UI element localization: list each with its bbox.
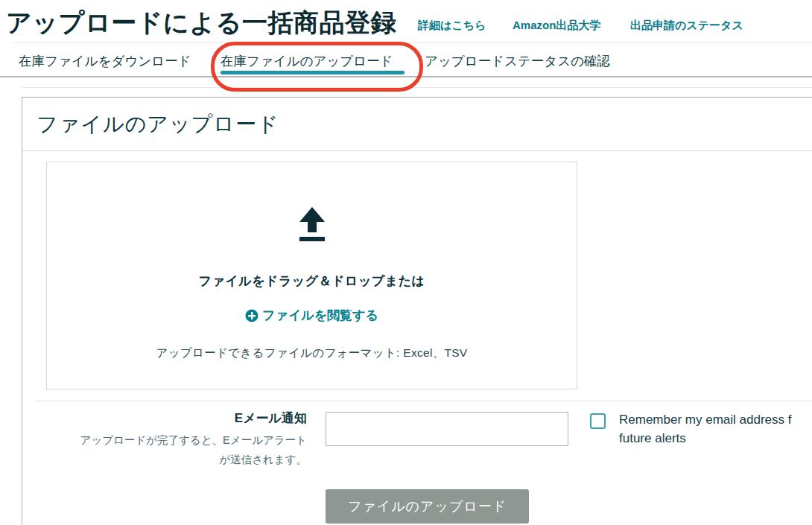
tab-upload-inventory-file[interactable]: 在庫ファイルのアップロード: [221, 52, 393, 70]
email-notification-label: Eメール通知: [45, 411, 307, 426]
tab-download-inventory-file[interactable]: 在庫ファイルをダウンロード: [19, 52, 191, 70]
header-links: 詳細はこちら Amazon出品大学 出品申請のステータス: [0, 19, 812, 35]
allowed-formats-text: アップロードできるファイルのフォーマット: Excel、TSV: [156, 346, 468, 361]
remember-email-checkbox-label: Remember my email address f future alert…: [619, 410, 812, 448]
page: アップロードによる一括商品登録 詳細はこちら Amazon出品大学 出品申請のス…: [0, 0, 812, 525]
panel-heading: ファイルのアップロード: [37, 110, 279, 139]
email-notification-description: アップロードが完了すると、Eメールアラート が送信されます。: [45, 430, 307, 469]
header-link-details[interactable]: 詳細はこちら: [418, 19, 486, 33]
tab-check-upload-status[interactable]: アップロードステータスの確認: [425, 52, 610, 70]
file-dropzone[interactable]: ファイルをドラッグ＆ドロップまたは ファイルを閲覧する アップロードできるファイ…: [46, 162, 577, 389]
panel-heading-divider: [22, 150, 812, 151]
plus-circle-icon: [245, 309, 258, 322]
upload-file-button[interactable]: ファイルのアップロード: [326, 489, 529, 524]
drag-drop-text: ファイルをドラッグ＆ドロップまたは: [199, 273, 425, 290]
tab-bar: 在庫ファイルをダウンロード 在庫ファイルのアップロード アップロードステータスの…: [0, 42, 812, 77]
browse-files-link[interactable]: ファイルを閲覧する: [245, 307, 378, 324]
header-link-listing-application-status[interactable]: 出品申請のステータス: [630, 19, 743, 33]
email-section-divider: [35, 401, 812, 401]
section-separator: [21, 87, 812, 88]
email-input[interactable]: [326, 412, 568, 446]
header-link-seller-university[interactable]: Amazon出品大学: [513, 19, 600, 33]
remember-email-checkbox[interactable]: [590, 413, 606, 429]
browse-files-label: ファイルを閲覧する: [262, 307, 378, 324]
active-tab-underline: [221, 71, 405, 74]
tab-bar-top-border: [12, 42, 812, 43]
upload-arrow-icon: [297, 207, 327, 241]
email-label-block: Eメール通知 アップロードが完了すると、Eメールアラート が送信されます。: [45, 411, 307, 469]
